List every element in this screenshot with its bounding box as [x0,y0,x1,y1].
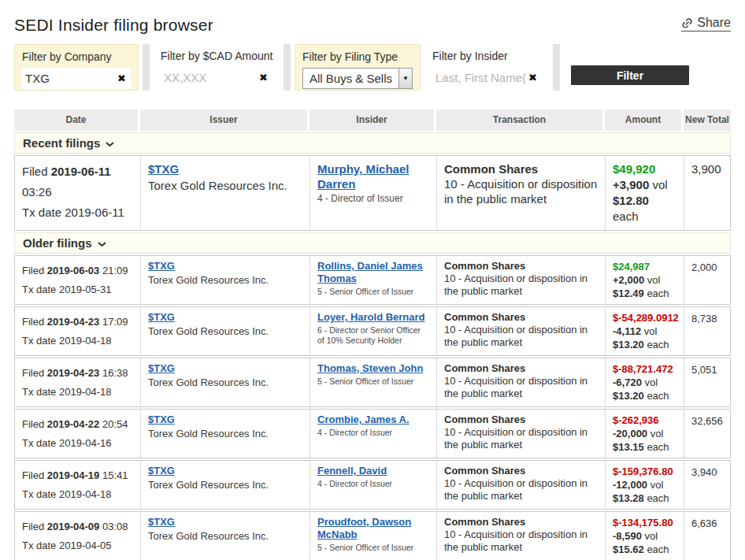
filed-date-line: Filed 2019-04-09 03:08 [22,517,133,536]
amount-input[interactable] [164,71,258,84]
ticker-link[interactable]: $TXG [148,465,175,477]
company-input[interactable] [25,72,116,85]
ticker-link[interactable]: $TXG [148,162,179,176]
amount-cell: $49,920 +3,900 vol $12.80 each [606,156,684,230]
transaction-description: 10 - Acquisition or disposition in the p… [444,273,598,298]
company-clear-icon[interactable]: ✖ [116,73,128,83]
insider-input[interactable] [436,71,527,84]
transaction-cell: Common Shares 10 - Acquisition or dispos… [437,307,606,355]
issuer-cell: $TXG Torex Gold Resources Inc. [141,307,310,355]
insider-clear-icon[interactable]: ✖ [527,72,539,83]
insider-role: 5 - Senior Officer of Issuer [317,376,429,387]
insider-link[interactable]: Fennell, David [317,465,387,477]
filter-divider [143,44,150,91]
transaction-cell: Common Shares 10 - Acquisition or dispos… [437,512,606,560]
amount-value: $49,920 [613,161,676,177]
share-link[interactable]: Share [681,16,731,32]
filed-date-line: Filed 2019-06-11 03:26 [22,161,133,202]
transaction-cell: Common Shares 10 - Acquisition or dispos… [437,256,606,304]
volume-line: -12,000 vol [613,478,676,491]
volume-line: +2,000 vol [613,273,676,287]
transaction-cell: Common Shares 10 - Acquisition or dispos… [437,358,606,406]
issuer-name: Torex Gold Resources Inc. [148,477,302,492]
filed-date-line: Filed 2019-04-22 20:54 [22,415,133,434]
insider-role: 4 - Director of Issuer [317,428,429,438]
amount-cell: $-54,289.0912 -4,112 vol $13.20 each [606,307,684,355]
filing-date-cell: Filed 2019-04-19 15:41 Tx date 2019-04-1… [15,461,141,509]
ticker-link[interactable]: $TXG [148,362,175,374]
price-line: $13.20 each [613,338,676,351]
issuer-name: Torex Gold Resources Inc. [148,176,302,195]
filing-date-cell: Filed 2019-04-09 03:08 Tx date 2019-04-0… [15,512,141,560]
insider-role: 4 - Director of Issuer [317,191,429,206]
amount-value: $24,987 [613,260,676,273]
insider-cell: Murphy, Michael Darren 4 - Director of I… [310,156,437,230]
transaction-description: 10 - Acquisition or disposition in the p… [444,528,598,554]
tx-date-line: Tx date 2019-04-18 [22,485,133,504]
insider-link[interactable]: Murphy, Michael Darren [317,162,409,191]
insider-link[interactable]: Loyer, Harold Bernard [317,311,425,323]
issuer-cell: $TXG Torex Gold Resources Inc. [141,358,310,406]
amount-value: $-262,936 [613,414,676,427]
insider-cell: Proudfoot, Dawson McNabb 5 - Senior Offi… [310,512,437,560]
filings-table: Date Issuer Insider Transaction Amount N… [14,109,731,560]
column-header-issuer: Issuer [140,109,309,131]
new-total-cell: 3,940 [684,461,730,509]
new-total-cell: 8,738 [684,307,730,355]
amount-value: $-134,175.80 [613,516,676,529]
new-total-cell: 32,656 [684,410,730,458]
filter-divider [284,44,291,91]
filter-divider [553,44,560,91]
filed-date-line: Filed 2019-04-23 17:09 [22,313,133,332]
amount-cell: $24,987 +2,000 vol $12.49 each [606,256,684,304]
insider-link[interactable]: Crombie, James A. [317,414,410,425]
filter-bar: Filter by Company ✖ Filter by $CAD Amoun… [14,44,731,91]
filing-type-select[interactable]: All Buys & Sells ▼ [302,68,413,89]
price-line: $13.15 each [613,440,676,454]
amount-clear-icon[interactable]: ✖ [258,72,269,83]
insider-link[interactable]: Proudfoot, Dawson McNabb [317,516,411,540]
ticker-link[interactable]: $TXG [148,311,175,323]
new-total-cell: 6,636 [684,512,730,560]
security-type: Common Shares [444,162,538,176]
filter-company-group: Filter by Company ✖ [14,44,139,91]
price-line: $12.49 each [613,287,676,300]
link-icon [681,17,693,29]
insider-role: 6 - Director or Senior Officer of 10% Se… [317,325,429,346]
insider-link[interactable]: Rollins, Daniel James Thomas [317,260,423,284]
volume-line: -4,112 vol [613,325,676,338]
ticker-link[interactable]: $TXG [148,260,175,272]
volume-line: +3,900 vol [613,177,676,193]
amount-cell: $-88,721.472 -6,720 vol $13.20 each [606,358,684,406]
amount-cell: $-134,175.80 -8,590 vol $15.62 each [606,512,684,560]
section-header-older[interactable]: Older filings [14,232,731,254]
new-total-cell: 5,051 [684,358,730,406]
transaction-description: 10 - Acquisition or disposition in the p… [444,375,598,400]
issuer-name: Torex Gold Resources Inc. [148,528,302,543]
filed-date-line: Filed 2019-06-03 21:09 [22,261,133,280]
filing-row: Filed 2019-04-19 15:41 Tx date 2019-04-1… [14,460,731,510]
ticker-link[interactable]: $TXG [148,516,175,528]
filing-row: Filed 2019-04-22 20:54 Tx date 2019-04-1… [14,409,731,458]
tx-date-line: Tx date 2019-06-11 [22,202,133,223]
filter-company-label: Filter by Company [22,50,131,63]
security-type: Common Shares [444,414,525,425]
insider-role: 5 - Senior Officer of Issuer [317,287,429,297]
issuer-name: Torex Gold Resources Inc. [148,324,302,339]
filing-date-cell: Filed 2019-04-23 16:38 Tx date 2019-04-1… [15,358,141,406]
transaction-description: 10 - Acquisition or disposition in the p… [444,176,598,206]
insider-cell: Loyer, Harold Bernard 6 - Director or Se… [310,307,437,355]
tx-date-line: Tx date 2019-05-31 [22,280,133,299]
dropdown-arrow-icon[interactable]: ▼ [398,69,412,88]
filter-amount-label: Filter by $CAD Amount [161,50,272,62]
issuer-name: Torex Gold Resources Inc. [148,273,302,287]
older-filings-group: Filed 2019-06-03 21:09 Tx date 2019-05-3… [14,255,731,560]
section-header-recent[interactable]: Recent filings [14,132,731,154]
insider-link[interactable]: Thomas, Steven John [317,362,423,374]
amount-cell: $-159,376.80 -12,000 vol $13.28 each [606,461,684,509]
filter-submit-button[interactable]: Filter [571,65,689,85]
volume-line: -6,720 vol [613,376,676,389]
section-older-title: Older filings [23,236,92,250]
filing-type-selected-value: All Buys & Sells [303,69,398,88]
ticker-link[interactable]: $TXG [148,414,175,425]
